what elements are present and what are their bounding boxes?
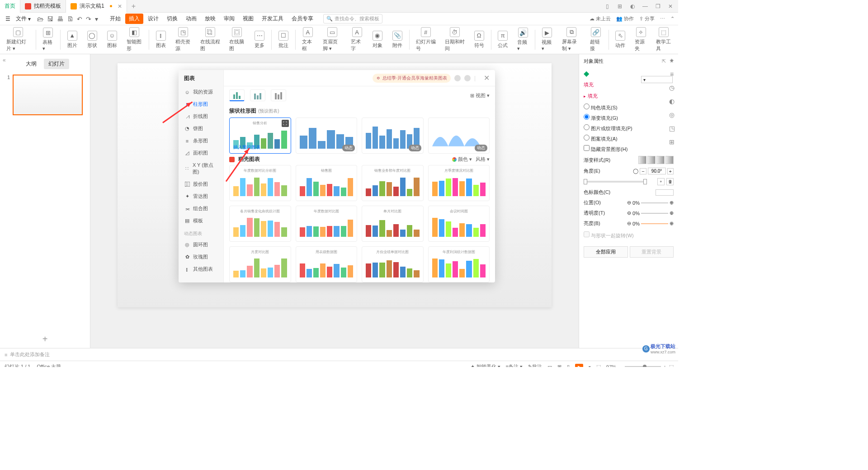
ribbon-艺术字[interactable]: A艺术字 [348,26,365,53]
sidebar-item[interactable]: ⫿其他图表 [179,263,223,275]
share-button[interactable]: ⇪ 分享 [639,15,655,22]
ribbon-教学工具[interactable]: ⬚教学工具 [653,26,675,53]
chart-card[interactable]: 用表级数据图 [296,246,358,282]
slide-thumb[interactable]: 1 [7,75,83,115]
tab-animation[interactable]: 动画 [182,14,200,24]
ribbon-图片[interactable]: ▲图片 [64,30,80,50]
angle-input[interactable] [648,168,666,174]
ribbon-智能图形[interactable]: ◧智能图形 [124,26,145,53]
ribbon-视频[interactable]: ▶视频 ▾ [539,27,556,52]
opt-solid[interactable]: 纯色填充(S) [584,102,674,113]
undo-icon[interactable]: ↶ [77,15,82,23]
grad2[interactable] [647,156,656,164]
chart-card[interactable]: 单月对比图 [362,206,424,242]
sidebar-item[interactable]: ∷X Y (散点图) [179,159,223,178]
ribbon-表格[interactable]: ⊞表格 ▾ [40,27,57,52]
sidebar-item[interactable]: ⩘折线图 [179,110,223,122]
avatar-icon[interactable] [454,75,461,81]
rotate-with-shape[interactable]: 与形状一起旋转(W) [584,229,674,242]
chart-card[interactable]: 销售业务部年度对比图 [362,165,424,201]
view-toggle[interactable]: ⊞ 视图 ▾ [470,92,490,99]
sidebar-item[interactable]: ◿面积图 [179,147,223,159]
tab-insert[interactable]: 插入 [125,14,143,24]
ribbon-更多[interactable]: ⋯更多 [251,30,268,50]
rtool-icon[interactable]: ◷ [669,84,675,91]
chart-card[interactable]: 月度对比图 [229,246,291,282]
notes-bar[interactable]: ≡单击此处添加备注 [0,348,678,361]
zoom-value[interactable]: 97% [606,364,616,367]
search-box[interactable]: 🔍查找命令、搜索模板 [323,14,382,24]
grad3[interactable] [656,156,665,164]
slideshow-button[interactable]: ▶ [575,364,583,367]
sidebar-item[interactable]: ✿玫瑰图 [179,251,223,263]
beautify-button[interactable]: ✦ 智能美化 ▾ [471,363,500,367]
ribbon-在线脑图[interactable]: ⿴在线脑图 [226,26,248,53]
promo-banner[interactable]: ⭘总结季·开通会员享海量精美图表 [373,74,451,83]
rtool-icon[interactable]: ✦ [669,57,675,64]
subtype-3[interactable] [271,89,286,101]
ribbon-音频[interactable]: 🔊音频 ▾ [514,27,531,52]
tab-devtools[interactable]: 开发工具 [258,14,287,24]
tab-design[interactable]: 设计 [144,14,162,24]
del-stop-icon[interactable]: 🗑 [666,178,674,185]
notes-toggle[interactable]: ≡备注 ▾ [506,363,523,367]
open-icon[interactable]: 🗁 [37,15,43,23]
subtype-1[interactable] [229,89,245,101]
fit-window-icon[interactable]: ⬚ [669,364,674,367]
chart-card[interactable]: 动态 [428,118,490,154]
rtool-icon[interactable]: ◐ [669,98,675,105]
maximize-icon[interactable]: ❐ [655,3,661,9]
chart-card[interactable]: ⛶ 销售分析 插入预设图表 [229,118,291,154]
sidebar-item[interactable]: ⫿柱形图 [179,98,223,110]
style-filter[interactable]: 风格 ▾ [476,156,490,163]
tab-slides[interactable]: 幻灯片 [44,59,69,69]
tab-view[interactable]: 视图 [239,14,257,24]
fill-section[interactable]: 填充 [584,90,674,102]
chart-card[interactable]: 销售图 [296,165,358,201]
chart-card[interactable]: 动态 [296,118,358,154]
tab-member[interactable]: 会员专享 [288,14,317,24]
close-window-icon[interactable]: ✕ [667,3,674,9]
tab-add[interactable]: + [127,0,140,13]
add-stop-icon[interactable]: + [657,178,665,185]
rtool-icon[interactable]: ◎ [669,111,675,118]
tab-templates[interactable]: 找稻壳模板 [20,0,66,13]
chart-card[interactable]: 各月销售变化曲线统计图 [229,206,291,242]
redo-icon[interactable]: ↷ [86,15,91,23]
angle-dial[interactable]: ◯ [633,168,638,174]
tab-slideshow[interactable]: 放映 [201,14,219,24]
sidebar-item[interactable]: ▤模板 [179,215,223,227]
zoom-in-icon[interactable]: + [664,364,666,367]
ribbon-批注[interactable]: ☐批注 [275,30,292,50]
ribbon-公式[interactable]: π公式 [495,30,511,50]
apply-all-button[interactable]: 全部应用 [584,246,628,258]
more-icon[interactable]: ⋯ [660,16,665,22]
close-icon[interactable]: ✕ [118,3,122,9]
tab-document[interactable]: 演示文稿1✕ [66,0,127,13]
zoom-out-icon[interactable]: − [619,364,622,367]
rtool-icon[interactable]: ◳ [669,125,675,132]
sidebar-item[interactable]: ≡条形图 [179,135,223,147]
print-icon[interactable]: 🖶 [57,15,63,23]
grad4[interactable] [665,156,674,164]
chart-card[interactable]: 动态 [362,118,424,154]
sidebar-item[interactable]: ◎圆环图 [179,239,223,251]
chart-card[interactable]: 年度数据对比分析图 [229,165,291,201]
add-slide-button[interactable]: + [42,334,48,344]
chart-card[interactable]: 月季度情况对比图 [428,165,490,201]
gradient-stops[interactable] [584,181,647,183]
cloud-status[interactable]: ☁ 未上云 [590,15,611,22]
ribbon-动作[interactable]: ⬁动作 [612,30,628,50]
tab-start[interactable]: 开始 [106,14,124,24]
bucket-icon[interactable]: ◆ [584,69,589,78]
color-picker[interactable] [656,189,674,196]
view-normal-icon[interactable]: ▭ [547,364,552,367]
ribbon-资源夹[interactable]: ✧资源夹 [632,26,649,53]
comments-toggle[interactable]: ✎批注 [528,363,542,367]
file-menu[interactable]: 文件 ▾ [14,14,33,24]
collapse-icon[interactable]: « [3,57,6,63]
color-filter[interactable]: 颜色 ▾ [452,156,472,163]
rtool-icon[interactable]: ≡ [670,70,674,78]
layout-icon[interactable]: ▯ [604,3,610,9]
opt-picture[interactable]: 图片或纹理填充(P) [584,123,674,133]
